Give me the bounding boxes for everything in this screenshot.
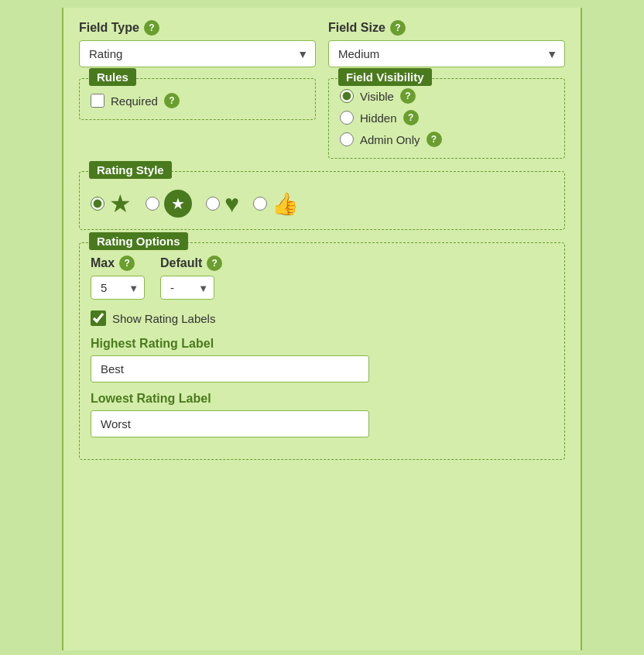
max-select-wrapper: 3 4 5 6 7 8 9 10 ▼ <box>91 276 145 300</box>
rating-option-star-circle[interactable]: ★ <box>146 190 192 218</box>
visibility-col: Field Visibility Visible ? Hidden ? Admi… <box>328 78 565 159</box>
lowest-label-title: Lowest Rating Label <box>91 392 553 406</box>
rating-radio-star-circle[interactable] <box>146 197 159 211</box>
visible-radio[interactable] <box>340 89 354 103</box>
rating-options-title: Rating Options <box>89 232 188 250</box>
visible-help-icon[interactable]: ? <box>400 88 416 104</box>
field-size-help-icon[interactable]: ? <box>390 20 406 36</box>
rating-style-title: Rating Style <box>89 161 172 179</box>
field-size-col: Field Size ? Small Medium Large ▼ <box>328 20 565 67</box>
show-labels-checkbox[interactable] <box>91 310 106 326</box>
visibility-title: Field Visibility <box>338 68 432 86</box>
star-circle-icon: ★ <box>164 190 192 218</box>
field-type-label: Field Type ? <box>79 20 316 36</box>
max-help-icon[interactable]: ? <box>119 255 135 271</box>
rating-radio-star[interactable] <box>91 197 104 211</box>
rating-options-panel: Rating Options Max ? 3 4 5 6 7 <box>79 242 565 460</box>
lowest-label-input[interactable] <box>91 410 369 437</box>
visibility-panel: Field Visibility Visible ? Hidden ? Admi… <box>328 78 565 159</box>
field-type-select[interactable]: Rating Text Number Date <box>79 40 316 67</box>
max-default-row: Max ? 3 4 5 6 7 8 9 10 <box>91 255 553 300</box>
hidden-help-icon[interactable]: ? <box>403 110 419 125</box>
rules-visibility-row: Rules Required ? Field Visibility Visibl… <box>79 78 565 159</box>
star-icon: ★ <box>109 189 132 218</box>
default-group: Default ? - 1 2 3 4 5 ▼ <box>160 255 222 300</box>
default-label: Default ? <box>160 255 222 271</box>
required-label: Required <box>111 94 158 108</box>
required-help-icon[interactable]: ? <box>164 93 180 108</box>
highest-label-group: Highest Rating Label <box>91 337 553 382</box>
highest-label-input[interactable] <box>91 355 369 382</box>
admin-only-help-icon[interactable]: ? <box>426 132 442 147</box>
show-labels-label: Show Rating Labels <box>112 312 215 325</box>
admin-only-radio[interactable] <box>340 132 354 146</box>
admin-only-label: Admin Only <box>360 133 420 146</box>
field-type-col: Field Type ? Rating Text Number Date ▼ <box>79 20 316 67</box>
max-select[interactable]: 3 4 5 6 7 8 9 10 <box>91 276 145 300</box>
required-row: Required ? <box>91 93 304 108</box>
field-type-size-row: Field Type ? Rating Text Number Date ▼ F… <box>79 20 565 67</box>
default-label-text: Default <box>160 256 202 270</box>
field-type-select-wrapper: Rating Text Number Date ▼ <box>79 40 316 67</box>
field-size-text: Field Size <box>328 21 385 35</box>
rating-option-thumb[interactable]: 👍 <box>253 191 299 217</box>
required-checkbox[interactable] <box>91 94 104 108</box>
inner-panel: Field Type ? Rating Text Number Date ▼ F… <box>62 8 582 650</box>
rating-option-heart[interactable]: ♥ <box>206 190 239 218</box>
main-container: Field Type ? Rating Text Number Date ▼ F… <box>0 0 644 655</box>
rating-radio-heart[interactable] <box>206 197 220 211</box>
hidden-label: Hidden <box>360 111 397 125</box>
thumb-icon: 👍 <box>272 191 299 217</box>
rating-radio-thumb[interactable] <box>253 197 267 211</box>
field-size-label: Field Size ? <box>328 20 565 36</box>
hidden-radio[interactable] <box>340 111 354 125</box>
visible-label: Visible <box>360 90 394 103</box>
default-select-wrapper: - 1 2 3 4 5 ▼ <box>160 276 214 300</box>
default-help-icon[interactable]: ? <box>207 255 222 271</box>
field-size-select-wrapper: Small Medium Large ▼ <box>328 40 565 67</box>
field-type-help-icon[interactable]: ? <box>144 20 159 36</box>
rules-panel: Rules Required ? <box>79 78 316 120</box>
field-size-select[interactable]: Small Medium Large <box>328 40 565 67</box>
max-group: Max ? 3 4 5 6 7 8 9 10 <box>91 255 145 300</box>
rules-col: Rules Required ? <box>79 78 316 159</box>
admin-only-row: Admin Only ? <box>340 132 553 147</box>
visible-row: Visible ? <box>340 88 553 104</box>
rating-option-star[interactable]: ★ <box>91 189 132 218</box>
default-select[interactable]: - 1 2 3 4 5 <box>160 276 214 300</box>
rules-title: Rules <box>89 68 136 86</box>
show-labels-row: Show Rating Labels <box>91 310 553 326</box>
lowest-label-group: Lowest Rating Label <box>91 392 553 437</box>
max-label: Max ? <box>91 255 145 271</box>
rating-icons-row: ★ ★ ♥ 👍 <box>91 189 553 218</box>
heart-icon: ♥ <box>224 190 239 218</box>
hidden-row: Hidden ? <box>340 110 553 125</box>
rating-style-panel: Rating Style ★ ★ ♥ <box>79 171 565 230</box>
field-type-text: Field Type <box>79 21 139 35</box>
highest-label-title: Highest Rating Label <box>91 337 553 351</box>
max-label-text: Max <box>91 256 115 270</box>
